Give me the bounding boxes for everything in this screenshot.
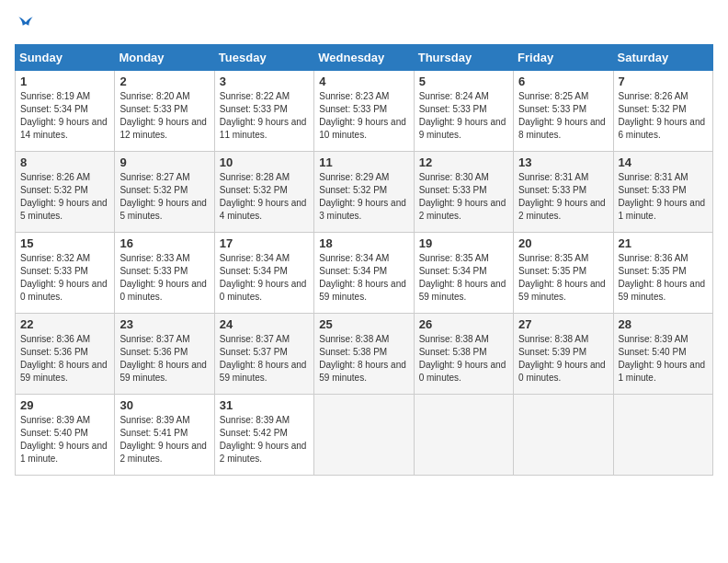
cell-info: Sunrise: 8:38 AMSunset: 5:38 PMDaylight:… <box>419 334 506 383</box>
calendar-cell: 13Sunrise: 8:31 AMSunset: 5:33 PMDayligh… <box>514 152 613 233</box>
day-number: 21 <box>619 236 708 250</box>
calendar-cell: 24Sunrise: 8:37 AMSunset: 5:37 PMDayligh… <box>214 314 313 395</box>
day-number: 18 <box>319 236 408 250</box>
cell-info: Sunrise: 8:36 AMSunset: 5:36 PMDaylight:… <box>20 334 108 383</box>
calendar-cell: 12Sunrise: 8:30 AMSunset: 5:33 PMDayligh… <box>414 152 513 233</box>
cell-info: Sunrise: 8:29 AMSunset: 5:32 PMDaylight:… <box>319 172 406 221</box>
calendar-cell: 29Sunrise: 8:39 AMSunset: 5:40 PMDayligh… <box>16 395 115 476</box>
day-number: 3 <box>220 75 309 88</box>
calendar-cell: 11Sunrise: 8:29 AMSunset: 5:32 PMDayligh… <box>314 152 414 233</box>
cell-info: Sunrise: 8:36 AMSunset: 5:35 PMDaylight:… <box>619 253 706 302</box>
weekday-header-thursday: Thursday <box>414 45 513 71</box>
cell-info: Sunrise: 8:32 AMSunset: 5:33 PMDaylight:… <box>20 253 108 302</box>
cell-info: Sunrise: 8:39 AMSunset: 5:42 PMDaylight:… <box>220 415 307 464</box>
week-row-3: 15Sunrise: 8:32 AMSunset: 5:33 PMDayligh… <box>16 233 713 314</box>
calendar-cell: 21Sunrise: 8:36 AMSunset: 5:35 PMDayligh… <box>613 233 712 314</box>
calendar-cell: 3Sunrise: 8:22 AMSunset: 5:33 PMDaylight… <box>214 71 313 152</box>
cell-info: Sunrise: 8:26 AMSunset: 5:32 PMDaylight:… <box>619 91 706 140</box>
calendar-cell: 17Sunrise: 8:34 AMSunset: 5:34 PMDayligh… <box>214 233 313 314</box>
calendar-cell <box>314 395 414 476</box>
cell-info: Sunrise: 8:33 AMSunset: 5:33 PMDaylight:… <box>119 253 207 302</box>
calendar-cell: 22Sunrise: 8:36 AMSunset: 5:36 PMDayligh… <box>16 314 115 395</box>
day-number: 9 <box>119 155 209 169</box>
week-row-4: 22Sunrise: 8:36 AMSunset: 5:36 PMDayligh… <box>16 314 713 395</box>
day-number: 14 <box>619 155 708 169</box>
calendar-cell: 2Sunrise: 8:20 AMSunset: 5:33 PMDaylight… <box>115 71 214 152</box>
cell-info: Sunrise: 8:38 AMSunset: 5:38 PMDaylight:… <box>319 334 406 383</box>
cell-info: Sunrise: 8:37 AMSunset: 5:36 PMDaylight:… <box>119 334 207 383</box>
day-number: 15 <box>20 236 109 250</box>
cell-info: Sunrise: 8:35 AMSunset: 5:35 PMDaylight:… <box>518 253 606 302</box>
day-number: 5 <box>419 75 508 88</box>
day-number: 11 <box>319 155 408 169</box>
calendar-cell: 28Sunrise: 8:39 AMSunset: 5:40 PMDayligh… <box>613 314 712 395</box>
week-row-5: 29Sunrise: 8:39 AMSunset: 5:40 PMDayligh… <box>16 395 713 476</box>
calendar-cell: 6Sunrise: 8:25 AMSunset: 5:33 PMDaylight… <box>514 71 613 152</box>
day-number: 26 <box>419 317 508 331</box>
calendar-cell: 27Sunrise: 8:38 AMSunset: 5:39 PMDayligh… <box>514 314 613 395</box>
cell-info: Sunrise: 8:34 AMSunset: 5:34 PMDaylight:… <box>319 253 406 302</box>
weekday-header-friday: Friday <box>514 45 613 71</box>
day-number: 22 <box>20 317 109 331</box>
calendar-cell: 15Sunrise: 8:32 AMSunset: 5:33 PMDayligh… <box>16 233 115 314</box>
weekday-header-monday: Monday <box>115 45 214 71</box>
calendar-table: SundayMondayTuesdayWednesdayThursdayFrid… <box>15 44 713 476</box>
week-row-2: 8Sunrise: 8:26 AMSunset: 5:32 PMDaylight… <box>16 152 713 233</box>
cell-info: Sunrise: 8:26 AMSunset: 5:32 PMDaylight:… <box>20 172 108 221</box>
calendar-cell: 1Sunrise: 8:19 AMSunset: 5:34 PMDaylight… <box>16 71 115 152</box>
cell-info: Sunrise: 8:20 AMSunset: 5:33 PMDaylight:… <box>119 91 207 140</box>
weekday-header-row: SundayMondayTuesdayWednesdayThursdayFrid… <box>16 45 713 71</box>
calendar-cell: 4Sunrise: 8:23 AMSunset: 5:33 PMDaylight… <box>314 71 414 152</box>
calendar-cell: 20Sunrise: 8:35 AMSunset: 5:35 PMDayligh… <box>514 233 613 314</box>
calendar-cell: 31Sunrise: 8:39 AMSunset: 5:42 PMDayligh… <box>214 395 313 476</box>
calendar-cell: 18Sunrise: 8:34 AMSunset: 5:34 PMDayligh… <box>314 233 414 314</box>
day-number: 6 <box>518 75 608 88</box>
week-row-1: 1Sunrise: 8:19 AMSunset: 5:34 PMDaylight… <box>16 71 713 152</box>
cell-info: Sunrise: 8:27 AMSunset: 5:32 PMDaylight:… <box>119 172 207 221</box>
calendar-cell: 5Sunrise: 8:24 AMSunset: 5:33 PMDaylight… <box>414 71 513 152</box>
day-number: 29 <box>20 398 109 412</box>
calendar-cell: 8Sunrise: 8:26 AMSunset: 5:32 PMDaylight… <box>16 152 115 233</box>
day-number: 4 <box>319 75 408 88</box>
cell-info: Sunrise: 8:39 AMSunset: 5:40 PMDaylight:… <box>619 334 706 383</box>
cell-info: Sunrise: 8:39 AMSunset: 5:40 PMDaylight:… <box>20 415 108 464</box>
day-number: 23 <box>119 317 209 331</box>
day-number: 19 <box>419 236 508 250</box>
calendar-cell: 19Sunrise: 8:35 AMSunset: 5:34 PMDayligh… <box>414 233 513 314</box>
day-number: 16 <box>119 236 209 250</box>
cell-info: Sunrise: 8:34 AMSunset: 5:34 PMDaylight:… <box>220 253 307 302</box>
calendar-cell: 30Sunrise: 8:39 AMSunset: 5:41 PMDayligh… <box>115 395 214 476</box>
cell-info: Sunrise: 8:30 AMSunset: 5:33 PMDaylight:… <box>419 172 506 221</box>
cell-info: Sunrise: 8:22 AMSunset: 5:33 PMDaylight:… <box>220 91 307 140</box>
cell-info: Sunrise: 8:31 AMSunset: 5:33 PMDaylight:… <box>518 172 606 221</box>
calendar-cell: 14Sunrise: 8:31 AMSunset: 5:33 PMDayligh… <box>613 152 712 233</box>
cell-info: Sunrise: 8:38 AMSunset: 5:39 PMDaylight:… <box>518 334 606 383</box>
day-number: 17 <box>220 236 309 250</box>
logo-bird-icon <box>17 15 35 33</box>
cell-info: Sunrise: 8:37 AMSunset: 5:37 PMDaylight:… <box>220 334 307 383</box>
header <box>15 15 713 33</box>
calendar-cell: 25Sunrise: 8:38 AMSunset: 5:38 PMDayligh… <box>314 314 414 395</box>
day-number: 20 <box>518 236 608 250</box>
day-number: 25 <box>319 317 408 331</box>
day-number: 27 <box>518 317 608 331</box>
day-number: 28 <box>619 317 708 331</box>
calendar-cell <box>414 395 513 476</box>
day-number: 7 <box>619 75 708 88</box>
day-number: 31 <box>220 398 309 412</box>
day-number: 2 <box>119 75 209 88</box>
cell-info: Sunrise: 8:28 AMSunset: 5:32 PMDaylight:… <box>220 172 307 221</box>
day-number: 12 <box>419 155 508 169</box>
day-number: 1 <box>20 75 109 88</box>
cell-info: Sunrise: 8:39 AMSunset: 5:41 PMDaylight:… <box>119 415 207 464</box>
calendar-cell: 16Sunrise: 8:33 AMSunset: 5:33 PMDayligh… <box>115 233 214 314</box>
weekday-header-wednesday: Wednesday <box>314 45 414 71</box>
day-number: 30 <box>119 398 209 412</box>
cell-info: Sunrise: 8:31 AMSunset: 5:33 PMDaylight:… <box>619 172 706 221</box>
cell-info: Sunrise: 8:25 AMSunset: 5:33 PMDaylight:… <box>518 91 606 140</box>
cell-info: Sunrise: 8:24 AMSunset: 5:33 PMDaylight:… <box>419 91 506 140</box>
calendar-cell: 26Sunrise: 8:38 AMSunset: 5:38 PMDayligh… <box>414 314 513 395</box>
calendar-cell: 23Sunrise: 8:37 AMSunset: 5:36 PMDayligh… <box>115 314 214 395</box>
weekday-header-saturday: Saturday <box>613 45 712 71</box>
calendar-cell <box>514 395 613 476</box>
